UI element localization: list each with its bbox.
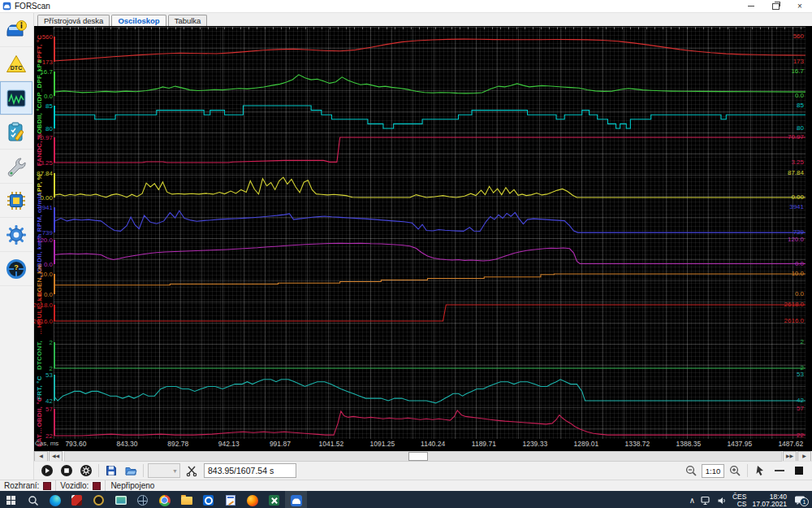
- network-icon[interactable]: [701, 496, 711, 506]
- scrollbar-track[interactable]: [64, 451, 782, 462]
- line-style-button[interactable]: [770, 462, 789, 480]
- taskbar-excel[interactable]: [263, 491, 285, 508]
- marker-button[interactable]: [750, 462, 770, 480]
- scroll-right-button[interactable]: ▶: [797, 451, 811, 462]
- cut-button[interactable]: [182, 462, 201, 480]
- x-tick: 1041.52: [319, 440, 344, 448]
- toolbar-separator: [747, 464, 748, 477]
- y-tick-VSS: 0.0: [44, 262, 53, 268]
- checklist-icon: [5, 121, 28, 144]
- svg-text:?: ?: [14, 263, 19, 271]
- x-tick: 1239.33: [522, 440, 547, 448]
- save-button[interactable]: [102, 462, 121, 480]
- x-tick: 942.13: [218, 440, 240, 448]
- taskbar-gold-app[interactable]: [88, 491, 110, 508]
- status-bar: Rozhraní: Vozidlo: Nepřipojeno: [0, 480, 812, 491]
- tab-oscilloscope[interactable]: Osciloskop: [111, 15, 166, 26]
- y-tick-RPM: 739: [42, 230, 53, 237]
- y-tick-VSS: 120.0: [37, 237, 53, 244]
- stop-icon: [60, 464, 73, 477]
- taskbar-outlook[interactable]: [197, 491, 219, 508]
- x-axis-ticks: 793.60843.30892.78942.13991.871041.52109…: [54, 440, 806, 451]
- journal-icon: [226, 495, 235, 506]
- signal-select-dropdown[interactable]: ▼: [148, 463, 180, 478]
- toolbar-separator: [98, 464, 99, 477]
- x-tick: 892.78: [167, 440, 188, 448]
- background-color-button[interactable]: [789, 462, 809, 480]
- sidebar-item-programming[interactable]: [0, 184, 32, 218]
- zoom-in-button[interactable]: [725, 462, 745, 480]
- toolbar-separator: [143, 464, 144, 477]
- open-button[interactable]: [121, 462, 140, 480]
- window-title: FORScan: [15, 2, 739, 11]
- taskbar-forscan[interactable]: [285, 491, 307, 508]
- minimize-button[interactable]: [739, 0, 763, 12]
- taskbar-viewer-app[interactable]: [66, 491, 88, 508]
- x-tick: 843.30: [116, 440, 137, 448]
- taskbar-file-explorer[interactable]: [175, 491, 197, 508]
- time-position-display[interactable]: 843.95/1607.54 s: [204, 463, 296, 478]
- sidebar-item-service[interactable]: [0, 150, 32, 184]
- tab-dashboard[interactable]: Přístrojová deska: [37, 15, 110, 26]
- taskbar-globe-app[interactable]: [132, 491, 153, 508]
- y-tick-DP_DPF: 0.0: [44, 93, 53, 100]
- action-center[interactable]: 1: [793, 495, 807, 506]
- language-indicator[interactable]: ČES CS: [732, 493, 746, 508]
- x-tick: 1487.62: [778, 440, 803, 448]
- dtc-warning-icon: DTC: [5, 53, 28, 76]
- notification-badge: 1: [800, 497, 809, 506]
- dropdown-arrow-icon: ▼: [172, 468, 178, 474]
- firefox-icon: [247, 495, 258, 506]
- car-info-icon: [5, 19, 28, 41]
- chart-scrollbar: ◀ ◀◀ ▶▶ ▶: [34, 451, 812, 461]
- left-axis: 560173PPFT, °C16.70.0…OBDII, °C/DP_DPF, …: [34, 27, 54, 439]
- sidebar-item-vehicle-info[interactable]: [0, 13, 32, 47]
- tab-table[interactable]: Tabulka: [168, 15, 208, 26]
- globe-icon: [137, 495, 148, 506]
- stop-button[interactable]: [57, 462, 76, 480]
- y-axis-label-HRULL: …HRULL, km: [36, 291, 43, 334]
- connection-status: Nepřipojeno: [106, 481, 159, 490]
- sidebar-item-dtc[interactable]: DTC: [0, 47, 32, 81]
- scroll-right-fast-button[interactable]: ▶▶: [783, 451, 797, 462]
- taskbar-journal-app[interactable]: [219, 491, 241, 508]
- volume-icon[interactable]: [717, 496, 727, 506]
- taskbar-search[interactable]: [22, 491, 44, 508]
- taskbar-chrome[interactable]: [153, 491, 175, 508]
- sidebar: DTC: [0, 13, 34, 480]
- play-button[interactable]: [37, 462, 57, 480]
- wrench-icon: [5, 155, 28, 178]
- x-tick: 1091.25: [370, 440, 395, 448]
- zoom-ratio-display[interactable]: 1:10: [702, 464, 724, 478]
- start-button[interactable]: [0, 491, 22, 508]
- vehicle-status-indicator: [93, 482, 101, 490]
- title-bar: FORScan ×: [0, 0, 812, 13]
- sidebar-item-tests[interactable]: [0, 115, 32, 150]
- taskbar-monitor-app[interactable]: [110, 491, 132, 508]
- zoom-out-button[interactable]: [681, 462, 701, 480]
- sidebar-item-oscilloscope[interactable]: [0, 81, 32, 115]
- y-tick-PPFT: 560: [42, 34, 53, 41]
- scrollbar-thumb[interactable]: [408, 452, 428, 461]
- record-settings-button[interactable]: [76, 462, 96, 480]
- tray-chevron-icon[interactable]: ∧: [689, 496, 695, 505]
- y-tick-EGEN: 0.0: [44, 292, 53, 298]
- zoom-in-icon: [728, 464, 741, 477]
- taskbar-edge[interactable]: [44, 491, 66, 508]
- sidebar-item-help[interactable]: ?: [0, 252, 32, 286]
- scroll-left-button[interactable]: ◀: [34, 451, 48, 462]
- sidebar-item-settings[interactable]: [0, 218, 32, 252]
- windows-taskbar: ∧ ČES CS 18:40 17.07.2021 1: [0, 491, 812, 508]
- y-tick-DTCONT: 2: [50, 340, 53, 346]
- restore-button[interactable]: [763, 0, 788, 12]
- scissors-icon: [185, 464, 198, 477]
- clock[interactable]: 18:40 17.07.2021: [752, 493, 787, 508]
- interface-status: Rozhraní:: [0, 480, 56, 491]
- svg-text:DTC: DTC: [11, 65, 22, 71]
- scroll-left-fast-button[interactable]: ◀◀: [49, 451, 63, 462]
- y-tick-EAT: 57: [45, 406, 53, 413]
- close-button[interactable]: ×: [788, 0, 812, 12]
- forscan-app-icon: [2, 2, 11, 11]
- plot-area[interactable]: 56017316.70.0858070.973.2587.840.0039417…: [54, 27, 806, 439]
- taskbar-firefox[interactable]: [241, 491, 263, 508]
